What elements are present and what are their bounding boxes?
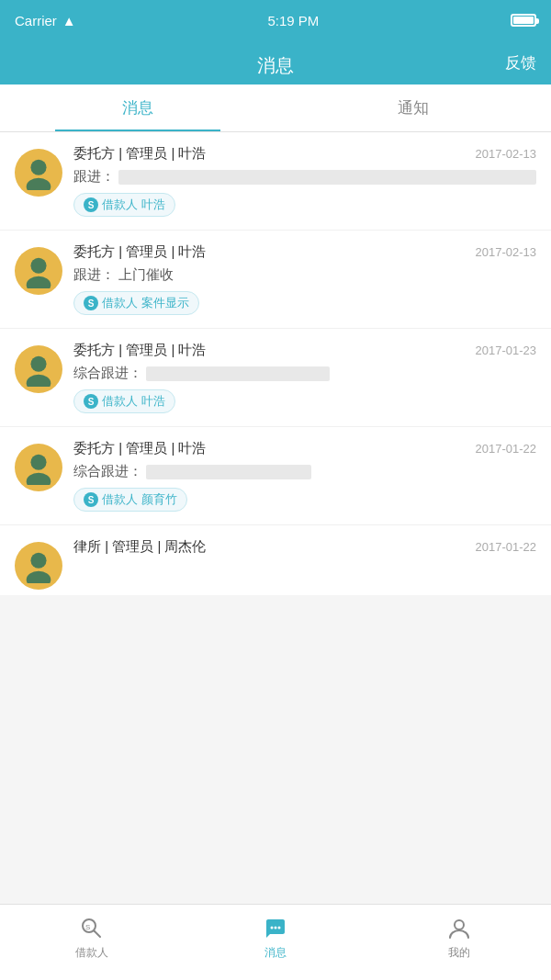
message-date: 2017-01-22: [476, 442, 537, 456]
message-body: 综合跟进：: [73, 365, 536, 382]
tab-notifications[interactable]: 通知: [276, 84, 551, 131]
message-content: 委托方 | 管理员 | 叶浩 2017-02-13 跟进： 上门催收 S 借款人…: [73, 243, 536, 315]
tab-messages[interactable]: 消息: [0, 84, 276, 131]
svg-point-8: [30, 553, 46, 569]
feedback-button[interactable]: 反馈: [505, 52, 536, 73]
avatar: [15, 444, 62, 491]
chat-icon: [263, 916, 288, 941]
message-tag[interactable]: S 借款人 颜育竹: [73, 488, 187, 512]
tag-label: 借款人 叶浩: [102, 393, 165, 410]
tag-icon: S: [84, 394, 98, 409]
svg-point-0: [30, 160, 46, 175]
tab-messages[interactable]: 消息: [184, 916, 367, 970]
person-icon: [446, 916, 472, 941]
svg-point-1: [27, 178, 51, 190]
svg-point-7: [27, 473, 51, 485]
message-body: 跟进： 上门催收: [73, 266, 536, 284]
message-tag[interactable]: S 借款人 叶浩: [73, 193, 175, 217]
svg-point-6: [30, 455, 46, 470]
avatar: [15, 345, 62, 393]
message-sender: 委托方 | 管理员 | 叶浩: [73, 243, 206, 261]
list-item[interactable]: 委托方 | 管理员 | 叶浩 2017-01-22 综合跟进： S 借款人 颜育…: [0, 427, 551, 524]
message-body: 跟进：: [73, 168, 536, 186]
message-content: 律所 | 管理员 | 周杰伦 2017-01-22: [73, 538, 536, 561]
message-header: 委托方 | 管理员 | 叶浩 2017-01-22: [73, 440, 536, 457]
tab-mine-label: 我的: [448, 945, 470, 961]
list-item[interactable]: 委托方 | 管理员 | 叶浩 2017-02-13 跟进： S 借款人 叶浩: [0, 132, 551, 230]
message-header: 律所 | 管理员 | 周杰伦 2017-01-22: [73, 538, 536, 556]
message-list: 委托方 | 管理员 | 叶浩 2017-02-13 跟进： S 借款人 叶浩: [0, 132, 551, 595]
message-sender: 律所 | 管理员 | 周杰伦: [73, 538, 206, 556]
message-date: 2017-01-22: [476, 540, 537, 554]
message-date: 2017-02-13: [476, 147, 537, 161]
tag-label: 借款人 颜育竹: [102, 491, 177, 508]
svg-line-11: [95, 930, 101, 937]
tag-icon: S: [84, 197, 98, 212]
message-date: 2017-02-13: [476, 245, 537, 259]
tag-icon: S: [84, 492, 98, 507]
content-area: 委托方 | 管理员 | 叶浩 2017-02-13 跟进： S 借款人 叶浩: [0, 132, 551, 671]
svg-point-3: [27, 276, 51, 288]
svg-text:S: S: [85, 923, 90, 931]
tag-label: 借款人 叶浩: [102, 197, 165, 213]
body-placeholder-line: [118, 170, 536, 185]
message-sender: 委托方 | 管理员 | 叶浩: [73, 440, 206, 457]
tag-icon: S: [84, 296, 98, 310]
tab-borrowers-label: 借款人: [75, 945, 108, 961]
status-bar: Carrier ▲ 5:19 PM: [0, 0, 551, 40]
svg-point-2: [30, 258, 46, 274]
body-placeholder-line: [146, 465, 311, 479]
svg-point-14: [275, 926, 277, 929]
svg-point-9: [27, 571, 51, 583]
tag-label: 借款人 案件显示: [102, 295, 189, 311]
message-sender: 委托方 | 管理员 | 叶浩: [73, 342, 206, 359]
avatar: [15, 542, 62, 590]
top-tab-bar: 消息 通知: [0, 84, 551, 132]
message-header: 委托方 | 管理员 | 叶浩 2017-01-23: [73, 342, 536, 359]
nav-bar: 消息 反馈: [0, 40, 551, 84]
avatar: [15, 247, 62, 295]
message-tag[interactable]: S 借款人 案件显示: [73, 291, 199, 315]
message-sender: 委托方 | 管理员 | 叶浩: [73, 145, 206, 163]
time-label: 5:19 PM: [267, 13, 319, 28]
message-tag[interactable]: S 借款人 叶浩: [73, 389, 175, 413]
svg-point-4: [30, 356, 46, 372]
svg-point-13: [271, 926, 274, 929]
message-date: 2017-01-23: [476, 344, 537, 357]
list-item[interactable]: 委托方 | 管理员 | 叶浩 2017-02-13 跟进： 上门催收 S 借款人…: [0, 231, 551, 328]
svg-point-5: [27, 375, 51, 387]
message-body: 综合跟进：: [73, 463, 536, 480]
nav-title: 消息: [257, 53, 294, 78]
carrier-label: Carrier: [15, 13, 57, 28]
message-content: 委托方 | 管理员 | 叶浩 2017-01-23 综合跟进： S 借款人 叶浩: [73, 342, 536, 413]
tab-borrowers[interactable]: S 借款人: [0, 916, 184, 970]
bottom-tab-bar: S 借款人 消息 我的: [0, 904, 551, 980]
body-placeholder-line: [146, 366, 330, 381]
message-content: 委托方 | 管理员 | 叶浩 2017-01-22 综合跟进： S 借款人 颜育…: [73, 440, 536, 512]
search-icon: S: [79, 916, 105, 941]
message-header: 委托方 | 管理员 | 叶浩 2017-02-13: [73, 243, 536, 261]
list-item[interactable]: 律所 | 管理员 | 周杰伦 2017-01-22: [0, 525, 551, 595]
svg-point-15: [278, 926, 281, 929]
svg-point-16: [455, 920, 464, 929]
avatar: [15, 149, 62, 197]
battery-icon: [511, 14, 536, 27]
tab-mine[interactable]: 我的: [367, 916, 551, 970]
message-body-text: 上门催收: [118, 266, 174, 284]
list-item[interactable]: 委托方 | 管理员 | 叶浩 2017-01-23 综合跟进： S 借款人 叶浩: [0, 329, 551, 426]
wifi-icon: ▲: [62, 13, 76, 28]
message-content: 委托方 | 管理员 | 叶浩 2017-02-13 跟进： S 借款人 叶浩: [73, 145, 536, 217]
message-header: 委托方 | 管理员 | 叶浩 2017-02-13: [73, 145, 536, 163]
tab-messages-label: 消息: [264, 945, 287, 961]
